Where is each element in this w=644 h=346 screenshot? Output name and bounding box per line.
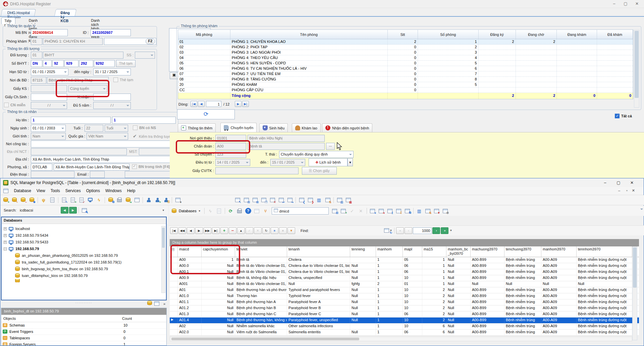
room-row-CC[interactable]: CCPHÒNG CẤP CỨU0 — [178, 88, 633, 93]
grid-row-A01.4[interactable]: ▶A01.4NullBệnh phó thương hàn, không xPa… — [170, 318, 639, 324]
menu-help[interactable]: Help — [124, 187, 138, 194]
table-settings-icon[interactable]: ⚙ — [441, 207, 449, 215]
grid-col-tennhom3970[interactable]: tennhom3970 — [577, 246, 632, 257]
tree-host-1[interactable]: +192.168.50.79:5434 — [2, 232, 166, 239]
chon-giay-button[interactable]: ⎘ Chọn giấy — [302, 167, 337, 175]
so-chuyen-field[interactable]: 123 — [215, 151, 246, 158]
room-row-02[interactable]: 02PHÒNG 2: PHỔI TẠP02 — [178, 45, 633, 50]
close-button[interactable]: ✕ — [631, 0, 643, 8]
doi-tuong-code-field[interactable]: 01 — [31, 52, 42, 59]
db-quick-icon[interactable] — [147, 301, 152, 306]
dependency-tree-icon[interactable]: ⇅ — [324, 196, 332, 204]
copy-database-icon[interactable]: ⧉ — [107, 196, 115, 204]
sql-close-button[interactable]: ✕ — [626, 179, 638, 187]
f2-badge[interactable]: F2 — [146, 39, 155, 44]
sub-tab-2[interactable]: Danh sách bệnh nhân WEB — [88, 17, 102, 24]
grid-col-tenrieng[interactable]: tenrieng — [350, 246, 376, 257]
xnhan-field[interactable] — [93, 94, 131, 101]
page-next-icon[interactable]: › — [432, 227, 440, 234]
grid-col-manhom[interactable]: manhom — [376, 246, 403, 257]
grid-vertical-scrollbar[interactable] — [632, 246, 637, 340]
detail-tab-3[interactable]: Khám lao — [292, 123, 321, 132]
export-data-icon[interactable]: ➜ — [369, 207, 377, 215]
chart-icon[interactable]: ▥ — [415, 207, 423, 215]
so-bhyt-segment-5[interactable]: 9292 — [94, 60, 115, 67]
grid-col-machuong3970[interactable]: machuong3970 — [471, 246, 504, 257]
grid-col-manhom3970[interactable]: manhom3970 — [541, 246, 577, 257]
room-row-05[interactable]: 05PHÒNG 5: HEN SUYỄN - COPD05 — [178, 61, 633, 66]
layout-icon[interactable] — [154, 301, 159, 306]
room-row-07[interactable]: 07PHÒNG 7: ƯU TIÊN TRẺ EM07 — [178, 71, 633, 77]
grid-row-A001[interactable]: A001NullBệnh tả do Vibrio cholerae 01,Nu… — [170, 281, 639, 287]
quoc-gia-dropdown[interactable]: Việt Nam — [87, 133, 128, 140]
room-row-08[interactable]: 08PHÒNG 8: TĂNG CƯỜNG08 — [178, 77, 633, 82]
giay-cvtk-field[interactable] — [215, 167, 299, 174]
filter-table-icon[interactable]: ▼ — [433, 207, 441, 215]
maximize-button[interactable]: ▢ — [620, 0, 631, 8]
grid-row-A00[interactable]: A001Bệnh tảCholera1051NullA00-B99Bệnh nh… — [170, 257, 639, 263]
panel-splitter[interactable]: ·········· » — [1, 301, 167, 307]
diagram-icon[interactable]: ⊞ — [331, 207, 339, 215]
phong-kham-code-field[interactable]: 01 — [31, 38, 42, 45]
object-row-schemas[interactable]: ⊞Schemas10 — [1, 322, 166, 329]
statistics-icon[interactable]: ▥ — [315, 196, 323, 204]
close-window-icon[interactable]: ✕ — [268, 196, 276, 204]
execute-icon[interactable]: ϟ — [95, 196, 103, 204]
chan-doan-name-field[interactable]: Bệnh tả — [248, 143, 325, 150]
so-bhyt-segment-3[interactable]: 929 — [64, 60, 78, 67]
lich-su-benh-button[interactable]: ✚ Lịch sử bệnh — [309, 158, 347, 166]
detail-tab-4[interactable]: !Nhận diện người bệnh — [322, 123, 372, 132]
tree-database-0[interactable]: an_phusan_dean_phanluong_05012025 on 192… — [2, 252, 166, 259]
grid-col-ma15[interactable]: ma15 — [422, 246, 446, 257]
extract-metadata-icon[interactable]: ψ — [40, 196, 48, 204]
post-edit-icon[interactable]: ✓ — [246, 227, 253, 234]
collapse-icon[interactable]: − — [4, 247, 7, 250]
chevron-more-icon[interactable]: » — [163, 302, 165, 306]
copy-table-icon[interactable]: ⧉ — [404, 207, 412, 215]
gioi-tinh-dropdown[interactable]: Nam — [31, 133, 66, 140]
split-vertical-icon[interactable]: ⊞ — [251, 196, 259, 204]
search-toolbar-overflow-icon[interactable]: ▼ — [162, 209, 165, 212]
apply-icon[interactable]: ✓ — [348, 207, 356, 215]
extract-db-icon[interactable]: ➜ — [124, 196, 132, 204]
delete-record-icon[interactable]: − — [229, 227, 236, 234]
room-row-20[interactable]: 20PHÒNG KHÁM05 — [178, 82, 633, 88]
ho-ten-field[interactable]: 1 — [31, 117, 111, 124]
last-record-icon[interactable]: ▶| — [212, 227, 220, 234]
print-icon[interactable] — [235, 207, 244, 215]
grid-row-A01.0[interactable]: A01.0NullThương hànTyphoid feverNull1102… — [170, 293, 639, 299]
grid-row-A01[interactable]: A01NullBệnh thương hàn và phó thươTyphoi… — [170, 287, 639, 293]
add-user-icon[interactable]: + — [153, 196, 161, 204]
clear-search-icon[interactable]: ∗ — [279, 227, 287, 234]
expand-icon[interactable]: + — [4, 241, 7, 244]
grid-col-mapl[interactable]: mapl — [403, 246, 422, 257]
dien-thoai-field[interactable] — [31, 171, 74, 178]
insert-record-icon[interactable]: + — [220, 227, 228, 234]
mdi-restore-icon[interactable]: ▫ — [626, 188, 628, 192]
maximize-window-icon[interactable]: ❐ — [260, 196, 268, 204]
grid-col-capchuyenmon[interactable]: capchuyenmon — [202, 246, 235, 257]
prev-window-icon[interactable]: ↩ — [277, 196, 285, 204]
refresh-records-icon[interactable]: ↻ — [262, 227, 270, 234]
page-prev-icon[interactable]: ‹ — [405, 227, 412, 234]
chan-doan-code-field[interactable]: A00 — [215, 143, 246, 150]
menu-windows[interactable]: Windows — [103, 187, 124, 194]
detail-tab-1[interactable]: Chuyển tuyến — [220, 123, 257, 132]
window-list-icon[interactable]: ▤ — [335, 196, 343, 204]
room-table-scrollbar[interactable] — [634, 30, 639, 108]
t-thai-dropdown[interactable]: Chuyển tuyến đúng quy định — [279, 151, 354, 158]
chan-doan-browse-button[interactable]: ... — [326, 143, 335, 150]
so-bhyt-segment-0[interactable]: DN — [31, 60, 42, 67]
export-as-sql-icon[interactable]: ↥ — [386, 207, 394, 215]
phuong-xa-name-field[interactable]: Xã An Bình-Huyện Cao Lãnh-Tỉnh Đồng Tháp — [54, 164, 129, 171]
tree-host-2[interactable]: +192.168.50.79:5433 — [2, 239, 166, 245]
tree-database-1[interactable]: tra_sadec_full_guixmltudong_17122024 on … — [2, 259, 166, 266]
bn-co-ns-checkbox[interactable] — [133, 125, 138, 130]
page-first-icon[interactable]: « — [396, 227, 404, 234]
grid-row-A00.1[interactable]: A00.1NullBệnh tả do Vibrio cholerae 01,C… — [170, 269, 639, 275]
nav-last-icon[interactable]: ▶| — [242, 101, 249, 107]
room-row-06[interactable]: 06PHÒNG 6: TV CAI NGHIỆN THUỐC LÁ - HIV0… — [178, 66, 633, 71]
tree-host-0[interactable]: +localhost — [2, 225, 166, 232]
room-row-04[interactable]: 04PHÒNG 4: THEO YÊU CẦU04 — [178, 55, 633, 61]
sql-assistant-icon[interactable]: ❮ — [298, 196, 306, 204]
